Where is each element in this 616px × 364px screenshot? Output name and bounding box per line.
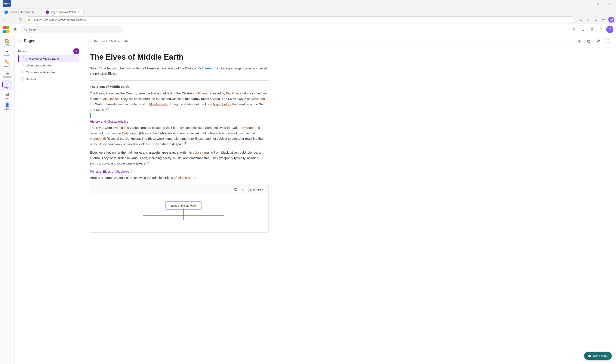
copilot-label: Copilot [4, 54, 10, 56]
minimize-button[interactable]: ─ [581, 0, 591, 8]
chart-settings-icon [242, 188, 245, 191]
tab-close-pages[interactable]: ✕ [77, 11, 81, 14]
eru-link[interactable]: Eru Ilúvatar [226, 91, 243, 95]
section2-para1: The Elves were divided into various grou… [90, 125, 269, 147]
expand-icon [605, 39, 609, 43]
forward-button[interactable]: → [9, 16, 16, 23]
sidebar-item-dublin[interactable]: 📄 tell me about dublin [18, 62, 79, 69]
ainulindale-link[interactable]: Ainulindalë [103, 97, 119, 101]
sidebar-item-apps[interactable]: ⊞ Apps [2, 90, 13, 101]
work-badge[interactable]: Work [2, 0, 12, 9]
share-button[interactable] [595, 38, 602, 45]
night-link[interactable]: Night, before [213, 102, 232, 106]
pages-icon: 📄 [4, 81, 10, 86]
need-help-button[interactable]: 💬 Need help? [584, 352, 612, 360]
header-search-box[interactable]: 🔍 [21, 26, 123, 33]
admin-icon: 👤 [4, 102, 10, 107]
middle-earth-link-2[interactable]: Middle-earth [149, 102, 167, 106]
duplicate-icon [587, 39, 590, 43]
mermaid-chart-container: Mermaid ▼ Elves of Middle-earth [90, 184, 269, 233]
search-icon: 🔍 [24, 28, 27, 31]
add-page-button[interactable]: + [73, 48, 79, 54]
search-input[interactable] [29, 28, 120, 31]
chart-settings-button[interactable] [241, 186, 246, 193]
extensions-button[interactable]: ⋯ [601, 17, 607, 23]
expand-button[interactable] [604, 38, 611, 45]
history-characteristics-link[interactable]: History and Characteristics [90, 120, 269, 123]
main-content-area: 📄 The Elves of Middle Earth [83, 35, 616, 364]
new-tab-button[interactable]: + [84, 9, 91, 15]
help-button[interactable]: ? [597, 26, 605, 33]
duplicate-button[interactable] [585, 38, 592, 45]
cursor-area [90, 115, 269, 116]
footnote-2: 1 [184, 142, 187, 145]
tab-favicon-pages: P [46, 11, 49, 14]
home-label: Home [4, 44, 10, 46]
breadcrumb: 📄 The Elves of Middle Earth [88, 39, 128, 43]
quendi-link[interactable]: Quendi [126, 91, 136, 95]
breadcrumb-icon: 📄 [88, 39, 92, 43]
reload-button[interactable]: ↻ [17, 16, 24, 23]
tab-label-pages: Pages | Microsoft 365 [51, 11, 76, 14]
user-avatar[interactable]: JD [606, 26, 614, 33]
page-icon-dublin: 📄 [21, 64, 24, 67]
tab-copilot[interactable]: M Copilot | Microsoft 365 ✕ [2, 9, 43, 15]
copilot-icon: ✦ [6, 50, 9, 54]
favorites-button[interactable]: ☆ [585, 17, 591, 23]
iluvatar-link-1[interactable]: Ilúvatar [198, 91, 208, 95]
valinor-link[interactable]: Valinor [244, 126, 254, 130]
sidebar-item-elves[interactable]: 📄 The Elves of Middle Earth [18, 55, 79, 62]
collections-button[interactable]: ⊕ [593, 17, 599, 23]
settings-button[interactable]: ⚙ [588, 26, 596, 33]
sidebar-item-christmas[interactable]: 📄 Christmas in Yorkshire [18, 69, 79, 76]
section1-title: The Elves of Middle-earth [90, 85, 269, 89]
emoji-button[interactable]: ☺ [570, 26, 578, 33]
apps-icon: ⊞ [5, 92, 9, 97]
sidebar-item-copilot[interactable]: ✦ Copilot [2, 48, 13, 58]
svg-rect-5 [235, 189, 237, 191]
onedrive-label: OneDrive [3, 76, 11, 78]
sidebar-item-home[interactable]: 🏠 Home [2, 37, 13, 47]
chart-copy-button[interactable] [233, 186, 239, 193]
app-launcher-button[interactable]: ⊞ [11, 26, 19, 33]
calaquendi-link[interactable]: Calaquendi [122, 131, 138, 135]
sidebar-item-pages[interactable]: 📄 Pages [2, 80, 13, 90]
article-title: The Elves of Middle Earth [90, 52, 269, 62]
admin-label: Admin [4, 108, 10, 110]
profile-avatar[interactable]: JD [608, 17, 614, 23]
footnote-1: 1 [105, 107, 109, 110]
cuivienen-link[interactable]: Cuiviénen [251, 97, 265, 101]
page-label-christmas: Christmas in Yorkshire [26, 71, 55, 74]
ms-logo[interactable] [2, 26, 9, 33]
work-label[interactable]: Work [3, 0, 11, 7]
left-navigation: 🏠 Home ✦ Copilot ✏️ Create ☁ OneDrive [0, 35, 14, 364]
ai-assist-button[interactable] [576, 38, 583, 45]
tab-close-copilot[interactable]: ✕ [37, 11, 40, 14]
mermaid-dropdown[interactable]: Mermaid ▼ [248, 187, 266, 192]
article-divider [90, 80, 269, 80]
page-label-dublin: tell me about dublin [26, 64, 51, 67]
sidebar-item-untitled[interactable]: 📄 Untitled [18, 76, 79, 82]
tab-pages[interactable]: P Pages | Microsoft 365 ✕ [43, 9, 84, 15]
whiteboard-button[interactable]: 🗒 [579, 26, 587, 33]
active-indicator [2, 82, 3, 87]
moriquendi-link[interactable]: Moriquendi [90, 137, 106, 140]
close-button[interactable]: ✕ [604, 0, 614, 8]
sidebar-item-admin[interactable]: 👤 Admin [2, 101, 13, 111]
back-button[interactable]: ← [2, 16, 9, 23]
principal-elves-link[interactable]: Principal Elves of Middle-earth [90, 169, 269, 173]
middle-earth-link-3[interactable]: Middle-earth [177, 176, 195, 180]
middle-earth-link-1[interactable]: Middle-earth [198, 66, 215, 70]
create-icon: ✏️ [4, 60, 10, 65]
pages-sidebar: 📄 Pages Recent + 📄 The Elves of Middle E… [14, 35, 83, 364]
chart-toolbar: Mermaid ▼ [90, 185, 268, 195]
maximize-button[interactable]: □ [593, 0, 603, 8]
sidebar-item-create[interactable]: ✏️ Create [2, 58, 13, 69]
page-label-untitled: Untitled [26, 78, 36, 81]
share-icon [596, 39, 600, 43]
svg-rect-0 [2, 26, 6, 29]
address-bar[interactable]: 🔒 https://m365.cloud.microsoft/pages?aut… [25, 16, 575, 23]
read-aloud-button[interactable]: Aa [577, 17, 584, 23]
sidebar-item-onedrive[interactable]: ☁ OneDrive [2, 69, 13, 79]
colors-link[interactable]: colors [193, 151, 202, 154]
